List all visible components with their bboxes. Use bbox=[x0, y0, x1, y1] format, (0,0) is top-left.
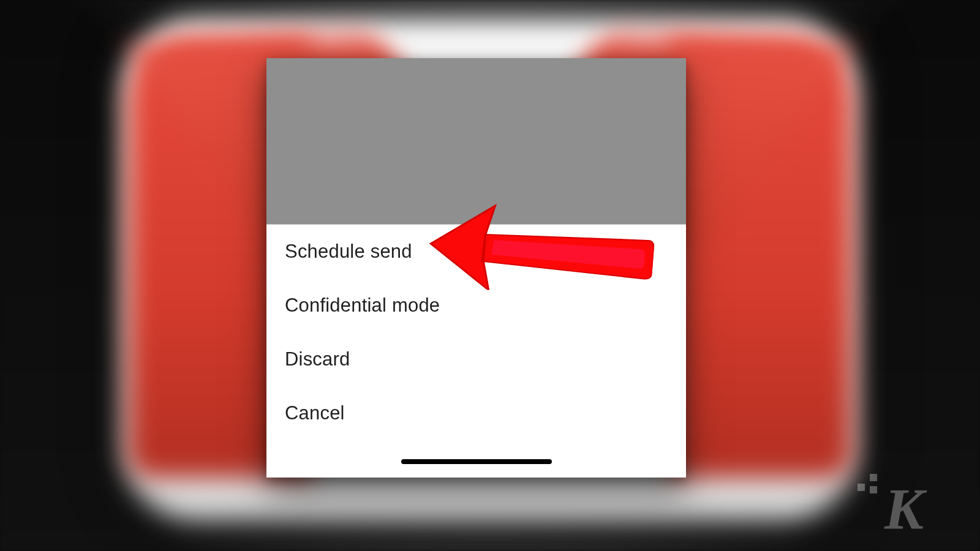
home-indicator bbox=[401, 459, 552, 464]
menu-item-label: Confidential mode bbox=[285, 294, 440, 317]
menu-item-label: Discard bbox=[285, 348, 350, 370]
menu-item-cancel[interactable]: Cancel bbox=[285, 386, 668, 440]
menu-item-label: Cancel bbox=[285, 402, 345, 424]
menu-item-confidential-mode[interactable]: Confidential mode bbox=[285, 279, 668, 332]
phone-screenshot: Schedule send Confidential mode Discard … bbox=[266, 58, 686, 478]
menu-item-label: Schedule send bbox=[285, 241, 412, 263]
modal-scrim bbox=[266, 58, 686, 225]
menu-item-discard[interactable]: Discard bbox=[285, 332, 668, 386]
menu-item-schedule-send[interactable]: Schedule send bbox=[285, 225, 668, 279]
action-sheet: Schedule send Confidential mode Discard … bbox=[266, 225, 686, 478]
stage: Schedule send Confidential mode Discard … bbox=[0, 0, 980, 551]
